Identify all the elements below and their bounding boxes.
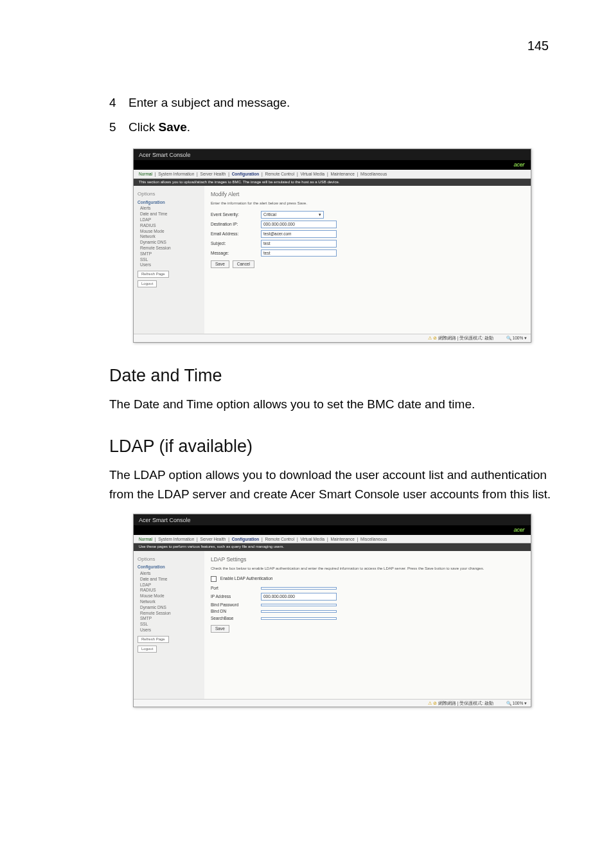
enable-ldap-label: Enable LDAP Authentication <box>220 576 273 581</box>
tab-normal[interactable]: Normal <box>139 172 152 176</box>
bind-dn-label: Bind DN <box>211 609 261 614</box>
status-bar: 網際網路 | 受保護模式: 啟動 🔍 100% ▾ <box>134 334 531 342</box>
destination-ip-input[interactable]: 000.000.000.000 <box>261 221 337 228</box>
sidebar-item-dynamic-dns[interactable]: Dynamic DNS <box>138 605 200 610</box>
step-4: 4 Enter a subject and message. <box>109 92 555 114</box>
event-severity-label: Event Severity: <box>211 212 261 217</box>
sidebar-item-smtp[interactable]: SMTP <box>138 616 200 621</box>
event-severity-select[interactable]: Critical ▾ <box>261 211 324 219</box>
page-number: 145 <box>109 39 555 53</box>
step-4-num: 4 <box>109 92 129 114</box>
sidebar-item-radius[interactable]: RADIUS <box>138 588 200 593</box>
step-5-num: 5 <box>109 116 129 138</box>
tab-maintenance[interactable]: Maintenance <box>331 537 355 541</box>
searchbase-label: SearchBase <box>211 616 261 621</box>
bind-dn-input[interactable] <box>261 610 337 613</box>
tab-miscellaneous[interactable]: Miscellaneous <box>360 172 387 176</box>
bind-password-label: Bind Password <box>211 602 261 608</box>
save-button[interactable]: Save <box>211 625 229 633</box>
step-5-post: . <box>187 120 190 134</box>
zoom-level[interactable]: 🔍 100% ▾ <box>506 336 527 341</box>
tab-remote-control[interactable]: Remote Control <box>265 537 295 541</box>
tab-system-information[interactable]: System Information <box>158 172 194 176</box>
main-panel: Modify Alert Enter the information for t… <box>204 186 531 334</box>
sidebar-item-ssl[interactable]: SSL <box>138 622 200 627</box>
ip-address-input[interactable]: 000.000.000.000 <box>261 593 337 601</box>
sidebar-item-ldap[interactable]: LDAP <box>138 217 200 222</box>
port-input[interactable] <box>261 587 337 590</box>
field-subject: Subject: test <box>211 240 524 248</box>
sidebar-item-ssl[interactable]: SSL <box>138 257 200 262</box>
sidebar-item-date-and-time[interactable]: Date and Time <box>138 577 200 582</box>
tab-virtual-media[interactable]: Virtual Media <box>300 537 324 541</box>
refresh-page-button[interactable]: Refresh Page <box>138 636 169 643</box>
sidebar: Options Configuration Alerts Date and Ti… <box>134 551 204 699</box>
step-5: 5 Click Save. <box>109 116 555 138</box>
sidebar-item-alerts[interactable]: Alerts <box>138 571 200 576</box>
tab-system-information[interactable]: System Information <box>158 537 194 541</box>
enable-ldap-checkbox[interactable] <box>211 576 217 582</box>
top-tabs: Normal | System Information | Server Hea… <box>134 170 531 179</box>
screenshot-ldap-settings: Acer Smart Console acer Normal | System … <box>133 514 531 707</box>
tab-virtual-media[interactable]: Virtual Media <box>300 172 324 176</box>
sidebar-item-mouse-mode[interactable]: Mouse Mode <box>138 229 200 234</box>
main-panel: LDAP Settings Check the box below to ena… <box>204 551 531 699</box>
tab-configuration[interactable]: Configuration <box>232 172 260 176</box>
tab-remote-control[interactable]: Remote Control <box>265 172 295 176</box>
sub-banner: This section allows you to upload/attach… <box>134 179 531 186</box>
section-title-ldap: LDAP (if available) <box>109 437 555 457</box>
destination-ip-label: Destination IP: <box>211 222 261 227</box>
sidebar-item-radius[interactable]: RADIUS <box>138 223 200 228</box>
tab-miscellaneous[interactable]: Miscellaneous <box>360 537 387 541</box>
sidebar-item-network[interactable]: Network <box>138 599 200 604</box>
subject-input[interactable]: test <box>261 240 337 248</box>
logout-button[interactable]: Logout <box>138 646 157 653</box>
cancel-button[interactable]: Cancel <box>233 260 254 268</box>
panel-desc: Enter the information for the alert belo… <box>211 201 524 206</box>
panel-title: LDAP Settings <box>211 556 524 563</box>
field-destination-ip: Destination IP: 000.000.000.000 <box>211 221 524 228</box>
field-email-address: Email Address: test@acer.com <box>211 230 524 238</box>
tab-normal[interactable]: Normal <box>139 537 152 541</box>
field-searchbase: SearchBase <box>211 616 524 621</box>
message-input[interactable]: test <box>261 249 337 257</box>
field-bind-password: Bind Password <box>211 602 524 608</box>
message-label: Message: <box>211 251 261 256</box>
panel-title: Modify Alert <box>211 191 524 197</box>
searchbase-input[interactable] <box>261 617 337 620</box>
sidebar-item-remote-session[interactable]: Remote Session <box>138 611 200 616</box>
logout-button[interactable]: Logout <box>138 280 157 287</box>
zoom-level[interactable]: 🔍 100% ▾ <box>506 701 527 706</box>
tab-configuration[interactable]: Configuration <box>232 537 260 541</box>
port-label: Port <box>211 586 261 591</box>
sidebar-item-network[interactable]: Network <box>138 234 200 239</box>
sidebar-item-users[interactable]: Users <box>138 262 200 267</box>
sidebar-item-alerts[interactable]: Alerts <box>138 206 200 211</box>
sidebar-item-remote-session[interactable]: Remote Session <box>138 246 200 251</box>
sidebar-head-configuration[interactable]: Configuration <box>138 200 200 205</box>
tab-maintenance[interactable]: Maintenance <box>331 172 355 176</box>
sidebar-item-users[interactable]: Users <box>138 628 200 633</box>
logo-row: acer <box>134 160 531 170</box>
bind-password-input[interactable] <box>261 604 337 606</box>
tab-server-health[interactable]: Server Health <box>200 172 226 176</box>
field-event-severity: Event Severity: Critical ▾ <box>211 211 524 219</box>
status-bar: 網際網路 | 受保護模式: 啟動 🔍 100% ▾ <box>134 699 531 707</box>
sidebar-item-date-and-time[interactable]: Date and Time <box>138 212 200 217</box>
field-message: Message: test <box>211 249 524 257</box>
email-address-input[interactable]: test@acer.com <box>261 230 337 238</box>
sidebar-item-dynamic-dns[interactable]: Dynamic DNS <box>138 240 200 245</box>
refresh-page-button[interactable]: Refresh Page <box>138 271 169 278</box>
section-title-date-time: Date and Time <box>109 366 555 386</box>
step-5-text: Click Save. <box>129 116 555 138</box>
step-5-pre: Click <box>129 120 158 134</box>
sidebar-title: Options <box>138 556 200 563</box>
sidebar-item-ldap[interactable]: LDAP <box>138 583 200 588</box>
sidebar-head-configuration[interactable]: Configuration <box>138 565 200 570</box>
save-button[interactable]: Save <box>211 260 229 268</box>
field-bind-dn: Bind DN <box>211 609 524 614</box>
sidebar-item-smtp[interactable]: SMTP <box>138 251 200 257</box>
sidebar-item-mouse-mode[interactable]: Mouse Mode <box>138 593 200 599</box>
email-address-label: Email Address: <box>211 231 261 237</box>
tab-server-health[interactable]: Server Health <box>200 537 226 541</box>
